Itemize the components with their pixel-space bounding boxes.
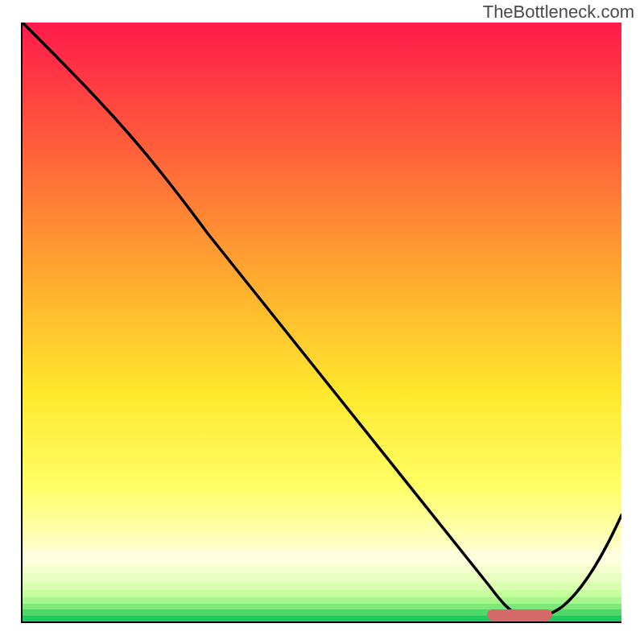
curve-path — [23, 23, 621, 618]
minimum-marker — [487, 609, 553, 621]
plot-area — [23, 23, 621, 621]
y-axis — [21, 23, 23, 623]
bottleneck-curve — [23, 23, 621, 621]
attribution-text: TheBottleneck.com — [483, 2, 634, 23]
x-axis — [23, 621, 621, 623]
bottleneck-chart: TheBottleneck.com — [0, 0, 644, 644]
